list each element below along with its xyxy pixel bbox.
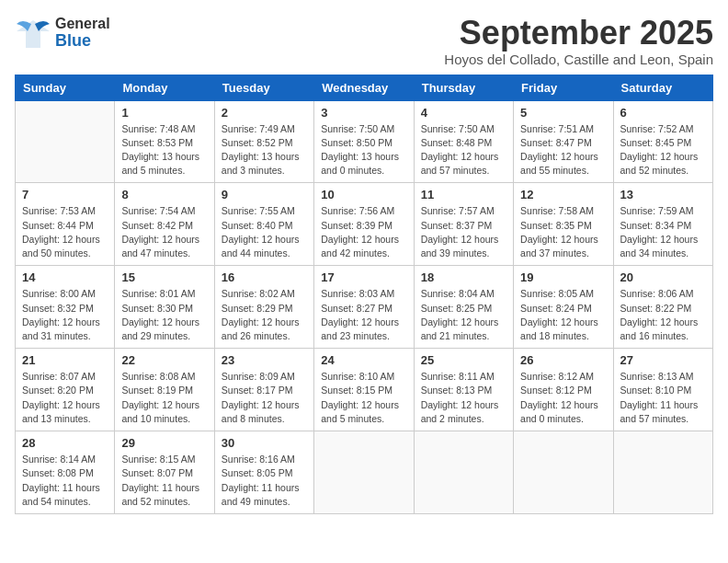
weekday-header-friday: Friday [514, 75, 613, 100]
day-info: Sunrise: 8:14 AM Sunset: 8:08 PM Dayligh… [22, 453, 108, 509]
logo-blue-text: Blue [55, 32, 110, 51]
day-number: 23 [222, 353, 307, 367]
calendar-cell: 19Sunrise: 8:05 AM Sunset: 8:24 PM Dayli… [514, 266, 613, 349]
calendar-week-0: 1Sunrise: 7:48 AM Sunset: 8:53 PM Daylig… [16, 100, 713, 183]
calendar-cell: 27Sunrise: 8:13 AM Sunset: 8:10 PM Dayli… [613, 349, 712, 431]
day-info: Sunrise: 7:48 AM Sunset: 8:53 PM Dayligh… [121, 122, 207, 178]
calendar-table: SundayMondayTuesdayWednesdayThursdayFrid… [15, 75, 713, 514]
calendar-cell: 20Sunrise: 8:06 AM Sunset: 8:22 PM Dayli… [613, 266, 712, 349]
day-number: 30 [222, 436, 307, 450]
calendar-cell: 22Sunrise: 8:08 AM Sunset: 8:19 PM Dayli… [115, 349, 214, 431]
day-number: 29 [121, 436, 207, 450]
day-number: 16 [222, 270, 307, 284]
day-number: 18 [421, 270, 506, 284]
calendar-cell: 5Sunrise: 7:51 AM Sunset: 8:47 PM Daylig… [514, 100, 613, 183]
calendar-cell: 3Sunrise: 7:50 AM Sunset: 8:50 PM Daylig… [314, 100, 414, 183]
logo-bird-icon [15, 15, 51, 52]
day-info: Sunrise: 7:52 AM Sunset: 8:45 PM Dayligh… [620, 122, 706, 178]
day-info: Sunrise: 8:03 AM Sunset: 8:27 PM Dayligh… [321, 287, 406, 343]
day-info: Sunrise: 7:56 AM Sunset: 8:39 PM Dayligh… [321, 204, 406, 260]
calendar-cell: 16Sunrise: 8:02 AM Sunset: 8:29 PM Dayli… [214, 266, 313, 349]
calendar-body: 1Sunrise: 7:48 AM Sunset: 8:53 PM Daylig… [16, 100, 713, 513]
day-info: Sunrise: 7:49 AM Sunset: 8:52 PM Dayligh… [222, 122, 307, 178]
day-info: Sunrise: 8:13 AM Sunset: 8:10 PM Dayligh… [620, 370, 706, 426]
day-number: 14 [22, 270, 108, 284]
month-title: September 2025 [444, 15, 713, 52]
day-info: Sunrise: 8:12 AM Sunset: 8:12 PM Dayligh… [520, 370, 606, 426]
calendar-cell: 6Sunrise: 7:52 AM Sunset: 8:45 PM Daylig… [613, 100, 712, 183]
day-info: Sunrise: 8:04 AM Sunset: 8:25 PM Dayligh… [421, 287, 506, 343]
day-info: Sunrise: 7:51 AM Sunset: 8:47 PM Dayligh… [520, 122, 606, 178]
day-info: Sunrise: 8:10 AM Sunset: 8:15 PM Dayligh… [321, 370, 406, 426]
calendar-cell: 14Sunrise: 8:00 AM Sunset: 8:32 PM Dayli… [16, 266, 115, 349]
day-number: 11 [421, 188, 506, 201]
day-number: 26 [520, 353, 606, 367]
day-number: 10 [321, 188, 406, 201]
calendar-week-2: 14Sunrise: 8:00 AM Sunset: 8:32 PM Dayli… [16, 266, 713, 349]
calendar-cell: 9Sunrise: 7:55 AM Sunset: 8:40 PM Daylig… [214, 183, 313, 266]
calendar-week-4: 28Sunrise: 8:14 AM Sunset: 8:08 PM Dayli… [16, 431, 713, 514]
logo-text: General Blue [55, 16, 110, 50]
calendar-header: SundayMondayTuesdayWednesdayThursdayFrid… [16, 75, 713, 100]
logo: General Blue [15, 15, 110, 52]
day-info: Sunrise: 8:15 AM Sunset: 8:07 PM Dayligh… [121, 453, 207, 509]
day-info: Sunrise: 7:50 AM Sunset: 8:48 PM Dayligh… [421, 122, 506, 178]
day-number: 5 [520, 106, 606, 120]
title-area: September 2025 Hoyos del Collado, Castil… [444, 15, 713, 67]
calendar-cell [414, 431, 513, 514]
calendar-cell: 23Sunrise: 8:09 AM Sunset: 8:17 PM Dayli… [214, 349, 313, 431]
day-info: Sunrise: 7:50 AM Sunset: 8:50 PM Dayligh… [321, 122, 406, 178]
weekday-header-tuesday: Tuesday [214, 75, 313, 100]
day-number: 1 [121, 106, 207, 120]
day-info: Sunrise: 8:09 AM Sunset: 8:17 PM Dayligh… [222, 370, 307, 426]
calendar-cell: 10Sunrise: 7:56 AM Sunset: 8:39 PM Dayli… [314, 183, 414, 266]
calendar-cell: 17Sunrise: 8:03 AM Sunset: 8:27 PM Dayli… [314, 266, 414, 349]
calendar-cell: 24Sunrise: 8:10 AM Sunset: 8:15 PM Dayli… [314, 349, 414, 431]
logo-general-text: General [55, 16, 110, 32]
day-info: Sunrise: 7:55 AM Sunset: 8:40 PM Dayligh… [222, 204, 307, 260]
calendar-cell: 25Sunrise: 8:11 AM Sunset: 8:13 PM Dayli… [414, 349, 513, 431]
day-number: 20 [620, 270, 706, 284]
day-info: Sunrise: 8:01 AM Sunset: 8:30 PM Dayligh… [121, 287, 207, 343]
day-info: Sunrise: 7:54 AM Sunset: 8:42 PM Dayligh… [121, 204, 207, 260]
day-number: 27 [620, 353, 706, 367]
day-info: Sunrise: 7:59 AM Sunset: 8:34 PM Dayligh… [620, 204, 706, 260]
calendar-cell: 18Sunrise: 8:04 AM Sunset: 8:25 PM Dayli… [414, 266, 513, 349]
day-number: 21 [22, 353, 108, 367]
day-number: 25 [421, 353, 506, 367]
calendar-cell: 15Sunrise: 8:01 AM Sunset: 8:30 PM Dayli… [115, 266, 214, 349]
day-info: Sunrise: 8:07 AM Sunset: 8:20 PM Dayligh… [22, 370, 108, 426]
calendar-cell: 12Sunrise: 7:58 AM Sunset: 8:35 PM Dayli… [514, 183, 613, 266]
day-info: Sunrise: 8:11 AM Sunset: 8:13 PM Dayligh… [421, 370, 506, 426]
calendar-week-1: 7Sunrise: 7:53 AM Sunset: 8:44 PM Daylig… [16, 183, 713, 266]
day-number: 24 [321, 353, 406, 367]
day-info: Sunrise: 8:06 AM Sunset: 8:22 PM Dayligh… [620, 287, 706, 343]
calendar-cell: 26Sunrise: 8:12 AM Sunset: 8:12 PM Dayli… [514, 349, 613, 431]
calendar-cell: 7Sunrise: 7:53 AM Sunset: 8:44 PM Daylig… [16, 183, 115, 266]
calendar-cell: 1Sunrise: 7:48 AM Sunset: 8:53 PM Daylig… [115, 100, 214, 183]
day-number: 8 [121, 188, 207, 201]
calendar-cell: 4Sunrise: 7:50 AM Sunset: 8:48 PM Daylig… [414, 100, 513, 183]
day-info: Sunrise: 8:00 AM Sunset: 8:32 PM Dayligh… [22, 287, 108, 343]
calendar-cell [314, 431, 414, 514]
day-number: 9 [222, 188, 307, 201]
day-number: 15 [121, 270, 207, 284]
day-number: 22 [121, 353, 207, 367]
calendar-week-3: 21Sunrise: 8:07 AM Sunset: 8:20 PM Dayli… [16, 349, 713, 431]
day-number: 6 [620, 106, 706, 120]
location-title: Hoyos del Collado, Castille and Leon, Sp… [444, 52, 713, 67]
day-number: 4 [421, 106, 506, 120]
day-number: 13 [620, 188, 706, 201]
day-number: 12 [520, 188, 606, 201]
calendar-cell: 28Sunrise: 8:14 AM Sunset: 8:08 PM Dayli… [16, 431, 115, 514]
calendar-cell: 29Sunrise: 8:15 AM Sunset: 8:07 PM Dayli… [115, 431, 214, 514]
day-number: 17 [321, 270, 406, 284]
calendar-cell [16, 100, 115, 183]
day-info: Sunrise: 7:53 AM Sunset: 8:44 PM Dayligh… [22, 204, 108, 260]
day-number: 19 [520, 270, 606, 284]
calendar-cell: 2Sunrise: 7:49 AM Sunset: 8:52 PM Daylig… [214, 100, 313, 183]
day-info: Sunrise: 7:57 AM Sunset: 8:37 PM Dayligh… [421, 204, 506, 260]
weekday-row: SundayMondayTuesdayWednesdayThursdayFrid… [16, 75, 713, 100]
calendar-cell [613, 431, 712, 514]
day-info: Sunrise: 8:05 AM Sunset: 8:24 PM Dayligh… [520, 287, 606, 343]
